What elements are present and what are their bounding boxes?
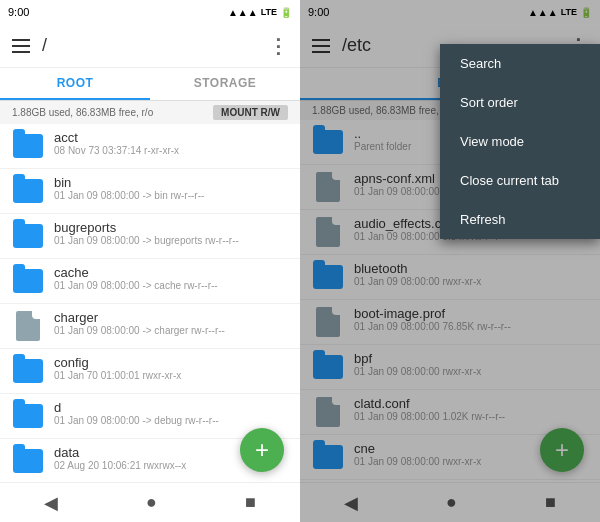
folder-icon bbox=[13, 179, 43, 203]
file-meta: 08 Nov 73 03:37:14 r-xr-xr-x bbox=[54, 145, 288, 156]
list-item[interactable]: config01 Jan 70 01:00:01 rwxr-xr-x bbox=[0, 349, 300, 394]
file-meta: 01 Jan 09 08:00:00 -> charger rw-r--r-- bbox=[54, 325, 288, 336]
folder-icon bbox=[13, 449, 43, 473]
folder-icon bbox=[13, 134, 43, 158]
folder-icon bbox=[13, 359, 43, 383]
list-item[interactable]: acct08 Nov 73 03:37:14 r-xr-xr-x bbox=[0, 124, 300, 169]
list-item[interactable]: bugreports01 Jan 09 08:00:00 -> bugrepor… bbox=[0, 214, 300, 259]
battery-icon: 🔋 bbox=[280, 7, 292, 18]
lte-icon: LTE bbox=[261, 7, 277, 17]
folder-icon bbox=[13, 269, 43, 293]
menu-icon[interactable] bbox=[12, 39, 30, 53]
left-panel: 9:00 ▲▲▲ LTE 🔋 / ⋮ ROOT STORAGE 1.88GB u… bbox=[0, 0, 300, 522]
left-storage-text: 1.88GB used, 86.83MB free, r/o bbox=[12, 107, 153, 118]
left-tab-bar: ROOT STORAGE bbox=[0, 68, 300, 101]
file-meta: 01 Jan 09 08:00:00 -> bugreports rw-r--r… bbox=[54, 235, 288, 246]
right-panel: 9:00 ▲▲▲ LTE 🔋 /etc ⋮ ETC 1.88GB used, 8… bbox=[300, 0, 600, 522]
tab-storage[interactable]: STORAGE bbox=[150, 68, 300, 100]
recents-button[interactable]: ■ bbox=[237, 484, 264, 521]
left-path-title: / bbox=[42, 35, 47, 56]
back-button[interactable]: ◀ bbox=[36, 484, 66, 522]
left-status-bar: 9:00 ▲▲▲ LTE 🔋 bbox=[0, 0, 300, 24]
context-menu-item[interactable]: View mode bbox=[440, 122, 600, 161]
file-name: bin bbox=[54, 175, 288, 190]
file-meta: 01 Jan 09 08:00:00 -> debug rw-r--r-- bbox=[54, 415, 288, 426]
left-more-icon[interactable]: ⋮ bbox=[268, 34, 288, 58]
left-nav-bar: ◀ ● ■ bbox=[0, 482, 300, 522]
mount-button[interactable]: MOUNT R/W bbox=[213, 105, 288, 120]
left-fab[interactable]: + bbox=[240, 428, 284, 472]
tab-root[interactable]: ROOT bbox=[0, 68, 150, 100]
context-menu-item[interactable]: Refresh bbox=[440, 200, 600, 239]
file-meta: 01 Jan 70 01:00:01 rwxr-xr-x bbox=[54, 370, 288, 381]
file-icon bbox=[16, 311, 40, 341]
context-menu-item[interactable]: Sort order bbox=[440, 83, 600, 122]
signal-icon: ▲▲▲ bbox=[228, 7, 258, 18]
folder-icon bbox=[13, 404, 43, 428]
file-name: cache bbox=[54, 265, 288, 280]
left-storage-info: 1.88GB used, 86.83MB free, r/o MOUNT R/W bbox=[0, 101, 300, 124]
left-status-icons: ▲▲▲ LTE 🔋 bbox=[228, 7, 292, 18]
file-meta: 01 Jan 09 08:00:00 -> cache rw-r--r-- bbox=[54, 280, 288, 291]
list-item[interactable]: charger01 Jan 09 08:00:00 -> charger rw-… bbox=[0, 304, 300, 349]
left-time: 9:00 bbox=[8, 6, 29, 18]
left-toolbar-left: / bbox=[12, 35, 47, 56]
context-menu-item[interactable]: Close current tab bbox=[440, 161, 600, 200]
file-meta: 01 Jan 09 08:00:00 -> bin rw-r--r-- bbox=[54, 190, 288, 201]
home-button[interactable]: ● bbox=[138, 484, 165, 521]
list-item[interactable]: bin01 Jan 09 08:00:00 -> bin rw-r--r-- bbox=[0, 169, 300, 214]
file-name: bugreports bbox=[54, 220, 288, 235]
context-menu: SearchSort orderView modeClose current t… bbox=[440, 44, 600, 239]
file-name: d bbox=[54, 400, 288, 415]
left-toolbar: / ⋮ bbox=[0, 24, 300, 68]
list-item[interactable]: cache01 Jan 09 08:00:00 -> cache rw-r--r… bbox=[0, 259, 300, 304]
file-name: config bbox=[54, 355, 288, 370]
file-name: charger bbox=[54, 310, 288, 325]
file-name: acct bbox=[54, 130, 288, 145]
folder-icon bbox=[13, 224, 43, 248]
context-menu-item[interactable]: Search bbox=[440, 44, 600, 83]
